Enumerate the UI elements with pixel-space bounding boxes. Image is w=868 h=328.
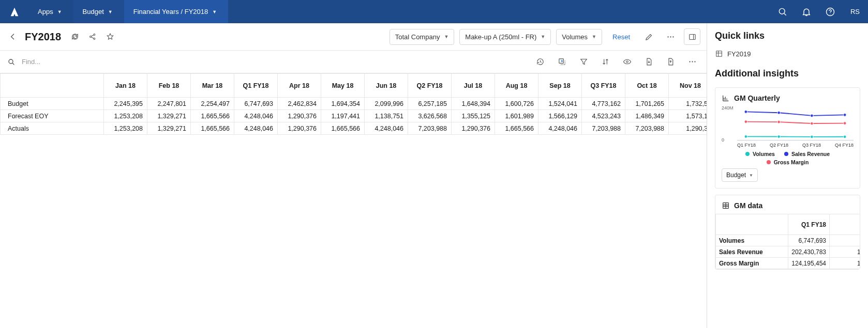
- history-button[interactable]: [532, 54, 548, 70]
- back-button[interactable]: [6, 30, 20, 43]
- cell[interactable]: 4,773,162: [582, 98, 625, 110]
- cell[interactable]: 1,329,271: [147, 122, 191, 135]
- cell[interactable]: 1,601,989: [495, 110, 538, 122]
- gm-cell[interactable]: 187: [830, 246, 861, 258]
- col-header[interactable]: Q3 FY18: [582, 74, 625, 98]
- user-avatar[interactable]: RS: [842, 0, 868, 23]
- col-header[interactable]: May 18: [321, 74, 365, 98]
- gm-cell[interactable]: 6: [830, 235, 861, 246]
- col-header[interactable]: Jun 18: [365, 74, 408, 98]
- cell[interactable]: 4,248,046: [234, 110, 278, 122]
- cell[interactable]: 2,245,395: [104, 98, 147, 110]
- col-header[interactable]: Jan 18: [104, 74, 147, 98]
- notifications-button[interactable]: [795, 0, 818, 23]
- cell[interactable]: 6,257,185: [408, 98, 452, 110]
- row-label[interactable]: Actuals: [1, 122, 104, 135]
- cell[interactable]: 4,248,046: [538, 122, 582, 135]
- cell[interactable]: 3,626,568: [408, 110, 452, 122]
- quick-link-fy2019[interactable]: FY2019: [715, 50, 860, 58]
- cell[interactable]: 1,290,376: [278, 122, 321, 135]
- cell[interactable]: 4,248,046: [365, 122, 408, 135]
- col-header[interactable]: Mar 18: [191, 74, 234, 98]
- cell[interactable]: 1,197,441: [321, 110, 365, 122]
- cell[interactable]: 4,248,046: [234, 122, 278, 135]
- gm-row-label[interactable]: Sales Revenue: [716, 246, 788, 258]
- cell[interactable]: 1,648,394: [452, 98, 495, 110]
- cell[interactable]: 1,355,125: [452, 110, 495, 122]
- cell[interactable]: 1,665,566: [321, 122, 365, 135]
- cell[interactable]: 1,694,354: [321, 98, 365, 110]
- cell[interactable]: 1,290,376: [278, 110, 321, 122]
- col-header[interactable]: Aug 18: [495, 74, 538, 98]
- cell[interactable]: 1,701,265: [625, 98, 669, 110]
- gm-cell[interactable]: 115: [830, 258, 861, 269]
- cell[interactable]: 1,290,376: [452, 122, 495, 135]
- cell[interactable]: 1,253,208: [104, 122, 147, 135]
- filter-company[interactable]: Total Company ▼: [390, 29, 455, 45]
- nav-breadcrumb[interactable]: Financial Years / FY2018 ▼: [124, 0, 228, 23]
- sort-button[interactable]: [597, 54, 613, 70]
- nav-budget[interactable]: Budget ▼: [73, 0, 124, 23]
- copy-doc-button[interactable]: [662, 54, 679, 70]
- gm-data-table[interactable]: Q1 FY18QVolumes6,747,6936Sales Revenue20…: [715, 214, 860, 269]
- cell[interactable]: 1,732,5: [669, 98, 707, 110]
- cell[interactable]: 1,566,129: [538, 110, 582, 122]
- col-header[interactable]: Oct 18: [625, 74, 669, 98]
- cell[interactable]: 6,747,693: [234, 98, 278, 110]
- cell[interactable]: 1,524,041: [538, 98, 582, 110]
- cell[interactable]: 1,665,566: [495, 122, 538, 135]
- filter-button[interactable]: [575, 54, 592, 70]
- cell[interactable]: 2,247,801: [147, 98, 191, 110]
- gm-col-header[interactable]: Q: [830, 214, 861, 235]
- col-header[interactable]: Q1 FY18: [234, 74, 278, 98]
- cell[interactable]: 2,462,834: [278, 98, 321, 110]
- grid-more-button[interactable]: [684, 54, 700, 70]
- col-header[interactable]: Sep 18: [538, 74, 582, 98]
- visibility-button[interactable]: [619, 54, 635, 70]
- edit-button[interactable]: [640, 28, 657, 45]
- col-header[interactable]: Feb 18: [147, 74, 191, 98]
- app-logo[interactable]: [0, 0, 28, 23]
- col-header[interactable]: Q2 FY18: [408, 74, 452, 98]
- cell[interactable]: 1,253,208: [104, 110, 147, 122]
- gm-cell[interactable]: 6,747,693: [788, 235, 830, 246]
- gm-row-label[interactable]: Volumes: [716, 235, 788, 246]
- chart-version-dropdown[interactable]: Budget ▼: [722, 168, 758, 182]
- help-button[interactable]: [818, 0, 842, 23]
- cell[interactable]: 1,486,349: [625, 110, 669, 122]
- reset-button[interactable]: Reset: [607, 29, 635, 44]
- cell[interactable]: 7,203,988: [582, 122, 625, 135]
- toggle-panel-button[interactable]: [684, 28, 700, 45]
- favorite-button[interactable]: [104, 31, 116, 42]
- find-input[interactable]: [22, 58, 125, 66]
- cell[interactable]: 1,573,1: [669, 110, 707, 122]
- cell[interactable]: 2,099,996: [365, 98, 408, 110]
- gm-cell[interactable]: 202,430,783: [788, 246, 830, 258]
- cell[interactable]: 7,203,988: [625, 122, 669, 135]
- cell[interactable]: 1,665,566: [191, 110, 234, 122]
- cell[interactable]: 1,138,751: [365, 110, 408, 122]
- cell[interactable]: 4,523,243: [582, 110, 625, 122]
- cell[interactable]: 1,329,271: [147, 110, 191, 122]
- col-header[interactable]: Nov 18: [669, 74, 707, 98]
- cell[interactable]: 2,254,497: [191, 98, 234, 110]
- data-grid[interactable]: Jan 18Feb 18Mar 18Q1 FY18Apr 18May 18Jun…: [0, 73, 707, 135]
- cell[interactable]: 1,665,566: [191, 122, 234, 135]
- gm-cell[interactable]: 124,195,454: [788, 258, 830, 269]
- download-button[interactable]: [640, 54, 657, 70]
- share-button[interactable]: [87, 31, 98, 42]
- gm-col-header[interactable]: Q1 FY18: [788, 214, 830, 235]
- row-label[interactable]: Forecast EOY: [1, 110, 104, 122]
- gm-row-label[interactable]: Gross Margin: [716, 258, 788, 269]
- col-header[interactable]: Apr 18: [278, 74, 321, 98]
- row-label[interactable]: Budget: [1, 98, 104, 110]
- cell[interactable]: 1,600,726: [495, 98, 538, 110]
- nav-apps[interactable]: Apps ▼: [28, 0, 73, 23]
- export-button[interactable]: [553, 54, 570, 70]
- cell[interactable]: 1,290,3: [669, 122, 707, 135]
- cell[interactable]: 7,203,988: [408, 122, 452, 135]
- col-header[interactable]: Jul 18: [452, 74, 495, 98]
- filter-product[interactable]: Make-up A (250ml - FR) ▼: [459, 29, 551, 45]
- more-button[interactable]: [662, 28, 679, 45]
- refresh-button[interactable]: [69, 31, 81, 42]
